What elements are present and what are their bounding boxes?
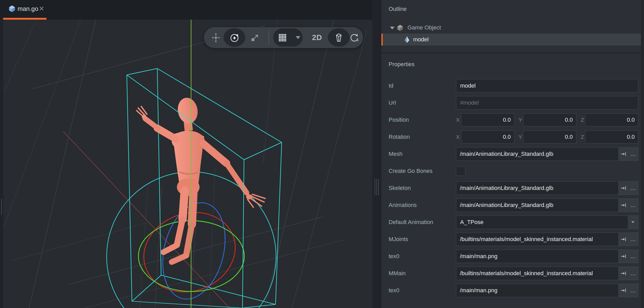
property-label: Mesh: [389, 147, 403, 161]
tex0-resource-field[interactable]: /main/man.png …: [456, 250, 638, 263]
jump-to-icon: [621, 288, 627, 293]
open-resource-button[interactable]: [619, 284, 629, 297]
property-row-mjoints: MJoints /builtins/materials/model_skinne…: [381, 233, 644, 246]
grid-options-dropdown[interactable]: [293, 27, 303, 48]
panel-splitter[interactable]: [372, 0, 381, 308]
mjoints-resource-field[interactable]: /builtins/materials/model_skinned_instan…: [456, 233, 638, 246]
outline-item-model[interactable]: model: [381, 34, 644, 45]
mmain-resource-field[interactable]: /builtins/materials/model_skinned_instan…: [456, 267, 638, 280]
resource-buttons: …: [618, 148, 638, 160]
camera-reset-button[interactable]: [348, 27, 361, 48]
left-splitter[interactable]: [0, 20, 3, 308]
rotation-y-input[interactable]: [523, 130, 576, 143]
browse-resource-button[interactable]: …: [629, 284, 638, 297]
game-object-cube-icon: [397, 25, 403, 31]
ellipsis-icon: …: [630, 204, 636, 206]
grid-toggle-button[interactable]: [273, 27, 292, 48]
tex0-resource-field[interactable]: /main/man.png …: [456, 284, 638, 297]
browse-resource-button[interactable]: …: [629, 250, 638, 263]
tab-close-icon[interactable]: [39, 6, 44, 11]
skeleton-resource-field[interactable]: /main/AnimationLibrary_Standard.glb …: [456, 181, 638, 195]
outline-item-label: model: [413, 34, 429, 45]
jump-to-icon: [621, 185, 627, 191]
open-resource-button[interactable]: [619, 267, 629, 280]
animations-resource-field[interactable]: /main/AnimationLibrary_Standard.glb …: [456, 198, 638, 212]
property-label: MJoints: [389, 233, 408, 246]
resource-buttons: …: [618, 250, 638, 263]
create-go-bones-checkbox[interactable]: [456, 166, 465, 176]
resource-path: /main/AnimationLibrary_Standard.glb: [456, 148, 618, 160]
resource-path: /main/AnimationLibrary_Standard.glb: [456, 199, 618, 212]
axis-x-label: X: [455, 130, 460, 143]
property-label: tex0: [389, 250, 399, 263]
x-axis-line: [63, 132, 230, 308]
ellipsis-icon: …: [630, 289, 636, 292]
open-resource-button[interactable]: [619, 233, 629, 246]
3d-scene: [3, 20, 372, 308]
open-resource-button[interactable]: [619, 182, 629, 195]
open-resource-button[interactable]: [619, 148, 629, 160]
selection-bounding-box: [127, 68, 282, 308]
jump-to-icon: [621, 151, 627, 157]
resource-buttons: …: [618, 267, 638, 280]
2d-mode-button[interactable]: 2D: [309, 27, 325, 48]
browse-resource-button[interactable]: …: [629, 182, 638, 195]
move-tool-button[interactable]: [209, 27, 223, 48]
axis-y-label: Y: [517, 113, 522, 126]
scale-icon: [250, 33, 260, 43]
game-object-cube-icon: [9, 5, 15, 12]
splitter-grip-icon: [375, 179, 375, 195]
property-row-rotation: Rotation X Y Z: [381, 130, 644, 143]
grid-icon: [278, 33, 287, 42]
resource-buttons: …: [618, 284, 638, 297]
rotation-x-input[interactable]: [461, 130, 514, 143]
position-z-input[interactable]: [585, 113, 638, 126]
open-resource-button[interactable]: [619, 199, 629, 212]
resource-path: /main/man.png: [456, 284, 618, 297]
property-row-skeleton: Skeleton /main/AnimationLibrary_Standard…: [381, 181, 644, 195]
ellipsis-icon: …: [630, 272, 636, 275]
browse-resource-button[interactable]: …: [629, 267, 638, 280]
url-input[interactable]: [456, 96, 638, 110]
mesh-resource-field[interactable]: /main/AnimationLibrary_Standard.glb …: [456, 147, 638, 161]
property-row-url: Url: [381, 96, 644, 110]
scrollbar-track[interactable]: [641, 0, 644, 308]
property-label: Url: [389, 96, 396, 110]
position-y-input[interactable]: [523, 113, 576, 126]
browse-resource-button[interactable]: …: [629, 148, 638, 160]
app-root: man.go: [0, 0, 644, 308]
property-row-id: Id: [381, 79, 644, 93]
rotation-z-input[interactable]: [585, 130, 638, 143]
property-label: Id: [389, 79, 393, 93]
camera-frustum-icon: [334, 32, 344, 43]
resource-buttons: …: [618, 182, 638, 195]
dropdown-value: A_TPose: [456, 216, 628, 229]
default-animation-dropdown[interactable]: A_TPose: [456, 215, 638, 229]
splitter-grip-icon: [1, 198, 2, 215]
property-label: tex0: [389, 284, 399, 297]
resource-path: /builtins/materials/model_skinned_instan…: [456, 233, 618, 246]
chevron-down-icon: [631, 221, 634, 223]
property-row-default-animation: Default Animation A_TPose: [381, 215, 644, 229]
open-resource-button[interactable]: [619, 250, 629, 263]
id-input[interactable]: [456, 79, 638, 93]
position-x-input[interactable]: [461, 113, 514, 126]
splitter-grip-icon: [378, 179, 379, 195]
property-row-create-go-bones: Create Go Bones: [381, 164, 644, 178]
browse-resource-button[interactable]: …: [629, 199, 638, 212]
3d-viewport[interactable]: 2D: [3, 20, 372, 308]
perspective-camera-button[interactable]: [332, 27, 346, 48]
outline-item-game-object[interactable]: Game Object: [381, 22, 644, 34]
resource-buttons: …: [618, 199, 638, 212]
disclosure-triangle-icon[interactable]: [390, 27, 395, 29]
rotate-tool-button[interactable]: [227, 27, 242, 48]
scale-tool-button[interactable]: [247, 27, 262, 48]
viewport-toolbar: 2D: [204, 27, 363, 48]
section-divider: [381, 52, 644, 53]
property-label: Default Animation: [389, 215, 433, 229]
tab-man-go[interactable]: man.go: [3, 0, 46, 20]
property-row-tex0-a: tex0 /main/man.png …: [381, 250, 644, 263]
property-row-animations: Animations /main/AnimationLibrary_Standa…: [381, 198, 644, 212]
ellipsis-icon: …: [630, 255, 636, 258]
browse-resource-button[interactable]: …: [629, 233, 638, 246]
